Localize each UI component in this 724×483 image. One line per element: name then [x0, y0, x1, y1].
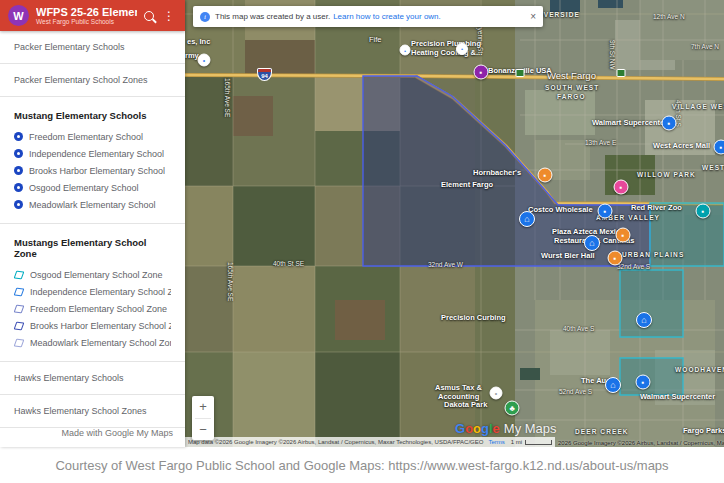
sidebar-item-osgood-es[interactable]: Osgood Elementary School	[0, 179, 185, 196]
biz-label[interactable]: Walmart Supercenter	[640, 393, 715, 401]
biz-label[interactable]: Asmus Tax &	[435, 384, 482, 392]
biz-label[interactable]: es, Inc	[187, 38, 210, 46]
district-label: WILLOW PARK	[637, 171, 696, 178]
sidebar-item-packer-zones[interactable]: Packer Elementary School Zones	[0, 64, 185, 96]
biz-label[interactable]: Wurst Bier Hall	[541, 252, 595, 260]
poi-marker-1[interactable]: •	[198, 54, 211, 67]
sidebar-item-hawks-schools[interactable]: Hawks Elementary Schools	[0, 362, 185, 394]
exit-sign	[617, 69, 626, 77]
school-marker-4[interactable]: ⌂	[605, 377, 621, 393]
sidebar-item-brooks-harbor-es[interactable]: Brooks Harbor Elementary School	[0, 162, 185, 179]
school-marker-1[interactable]: ⌂	[519, 211, 535, 227]
district-label: WEST ACRES	[702, 164, 724, 171]
banner-close-icon[interactable]: ×	[530, 11, 536, 22]
biz-label[interactable]: Element Fargo	[441, 181, 493, 189]
search-icon	[144, 11, 154, 21]
sidebar-item-meadowlark-es[interactable]: Meadowlark Elementary School	[0, 196, 185, 213]
element-fargo-marker[interactable]: ▪	[614, 180, 629, 195]
street-label: 32nd Ave W	[428, 261, 463, 268]
poi-marker-2[interactable]: •	[456, 43, 468, 55]
sidebar-section-mustangs-zone[interactable]: Mustangs Elementary School Zone	[0, 224, 185, 266]
west-acres-mall-marker[interactable]: ▪	[714, 140, 724, 155]
biz-label[interactable]: Red River Zoo	[631, 204, 682, 212]
sidebar-item-brooks-harbor-zone[interactable]: Brooks Harbor Elementary School Zone	[0, 317, 185, 334]
item-label: Freedom Elementary School	[29, 132, 143, 142]
zoom-out-button[interactable]: −	[192, 419, 214, 441]
hornbachers-marker[interactable]: ▪	[538, 168, 553, 183]
item-label: Meadowlark Elementary School Zone	[30, 338, 171, 348]
layer-list: Packer Elementary Schools Packer Element…	[0, 31, 185, 428]
street-label: 40th Ave S	[563, 325, 594, 332]
biz-label[interactable]: Precision Plumbing	[411, 40, 481, 48]
school-marker-2[interactable]: ⌂	[584, 235, 600, 251]
town-label: Fife	[369, 36, 382, 44]
attribution-right: 2026 Google Imagery ©2026 Airbus, Landsa…	[558, 440, 724, 446]
plaza-azteca-marker[interactable]: ▪	[616, 228, 631, 243]
street-label: 12th Ave N	[653, 13, 685, 20]
map-avatar: W	[8, 5, 29, 26]
item-label: Brooks Harbor Elementary School	[29, 166, 165, 176]
kebab-menu-icon: ⋮	[163, 10, 175, 22]
attribution-bar: Map data ©2026 Google Imagery ©2026 Airb…	[185, 437, 555, 447]
search-button[interactable]	[141, 8, 157, 24]
street-label: 32nd Ave S	[617, 263, 650, 270]
poi-marker-3[interactable]: •	[400, 45, 411, 56]
walmart-north-marker[interactable]: ▪	[662, 116, 677, 131]
sidebar-item-freedom-zone[interactable]: Freedom Elementary School Zone	[0, 300, 185, 317]
biz-label[interactable]: Costco Wholesale	[528, 206, 593, 214]
biz-label[interactable]: West Acres Mall	[653, 142, 710, 150]
banner-learn-link[interactable]: Learn how to create your own.	[333, 12, 441, 21]
sidebar-section-mustang-schools[interactable]: Mustang Elementary Schools	[0, 97, 185, 128]
terms-link[interactable]: Terms	[488, 439, 504, 445]
biz-label[interactable]: Dakota Park	[444, 401, 487, 409]
school-marker-icon	[14, 166, 23, 175]
biz-label[interactable]: Fargo Parks Sports Center	[683, 427, 724, 435]
made-with-google-my-maps-link[interactable]: Made with Google My Maps	[61, 428, 173, 438]
district-label: WOODHAVEN	[675, 366, 724, 373]
sidebar-item-independence-es[interactable]: Independence Elementary School	[0, 145, 185, 162]
school-marker-3[interactable]: ⌂	[636, 312, 652, 328]
district-label: URBAN PLAINS	[622, 251, 684, 258]
street-label: 165th Ave SE	[224, 78, 231, 117]
district-label: DEER CREEK	[575, 428, 629, 435]
sidebar-item-independence-zone[interactable]: Independence Elementary School Zone	[0, 283, 185, 300]
district-label: VILLAGE WEST	[672, 103, 724, 110]
costco-marker[interactable]: ▪	[598, 204, 613, 219]
legend-sidebar: W WFPS 25-26 Elementa... West Fargo Publ…	[0, 0, 185, 447]
biz-label[interactable]: Hornbacher's	[473, 169, 521, 177]
bonanzaville-marker[interactable]: ▪	[474, 65, 489, 80]
sidebar-titles: WFPS 25-26 Elementa... West Fargo Public…	[36, 6, 137, 26]
image-caption: Courtesy of West Fargo Public School and…	[0, 447, 724, 483]
exit-sign	[516, 69, 525, 77]
biz-label[interactable]: Precision Curbing	[441, 314, 506, 322]
map-canvas[interactable]: 12th Ave NW12th Ave NW12th Ave N7th Ave …	[185, 0, 724, 447]
biz-label[interactable]: Walmart Supercenter	[592, 119, 667, 127]
google-watermark: Google My Maps	[455, 421, 557, 436]
zoom-in-button[interactable]: +	[192, 396, 214, 418]
wurst-bier-hall-marker[interactable]: ▪	[608, 251, 623, 266]
sidebar-item-hawks-zones[interactable]: Hawks Elementary School Zones	[0, 395, 185, 427]
item-label: Osgood Elementary School Zone	[30, 270, 163, 280]
red-river-zoo-marker[interactable]: ▪	[696, 204, 711, 219]
sidebar-item-packer-schools[interactable]: Packer Elementary Schools	[0, 31, 185, 63]
street-label: 165th Ave SE	[227, 262, 234, 301]
watermark-my-maps: My Maps	[504, 421, 557, 436]
item-label: Independence Elementary School Zone	[30, 287, 171, 297]
dakota-park-marker[interactable]: ♣	[505, 401, 520, 416]
zone-polygon-icon	[14, 304, 25, 313]
zone-polygon-icon	[14, 321, 25, 330]
street-label: 40th St SE	[273, 260, 304, 267]
menu-button[interactable]: ⋮	[161, 8, 177, 24]
sidebar-item-freedom-es[interactable]: Freedom Elementary School	[0, 128, 185, 145]
city-label: West Fargo	[547, 71, 596, 81]
biz-label[interactable]: Heating Cooling &...	[411, 49, 482, 57]
item-label: Brooks Harbor Elementary School Zone	[30, 321, 171, 331]
sidebar-item-meadowlark-zone[interactable]: Meadowlark Elementary School Zone	[0, 334, 185, 351]
sidebar-item-osgood-zone[interactable]: Osgood Elementary School Zone	[0, 266, 185, 283]
locked-place-marker[interactable]: ▪	[636, 375, 651, 390]
item-label: Freedom Elementary School Zone	[30, 304, 167, 314]
map-subtitle: West Fargo Public Schools	[36, 18, 137, 26]
watermark-google: Google	[455, 421, 500, 436]
street-label: 9th St NW	[609, 40, 616, 70]
asmus-marker[interactable]: •	[490, 387, 503, 400]
